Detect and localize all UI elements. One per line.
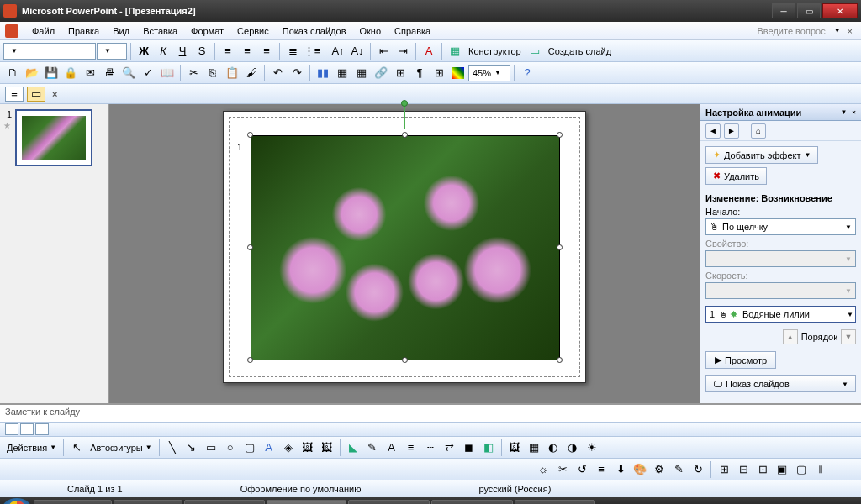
menu-tools[interactable]: Сервис [230,24,276,38]
pic-more-brightness-button[interactable]: ☀ [583,438,601,457]
pic-more-contrast-button[interactable]: ◐ [544,438,563,457]
diagram-button[interactable]: ◈ [279,438,298,457]
maximize-button[interactable]: ▭ [797,3,821,18]
shadow-button[interactable]: S [193,42,211,60]
taskbar-item[interactable]: Презентац... [267,500,347,504]
animation-list-item[interactable]: 1 🖱 ✸ Водяные лилии ▼ [705,306,856,323]
design-icon[interactable]: ▦ [446,42,464,60]
new-button[interactable]: 🗋 [3,64,22,82]
move-down-button[interactable]: ▼ [841,329,856,344]
underline-button[interactable]: Ч [173,42,192,60]
outline-tab[interactable]: ≡ [5,87,24,102]
fill-color-button[interactable]: ◣ [344,438,362,457]
font-family-combo[interactable]: ▼ [3,43,96,60]
italic-button[interactable]: К [154,42,172,60]
align-left-button[interactable]: ≡ [219,42,237,60]
send-back-button[interactable]: ▢ [792,460,811,479]
selection-handle-ne[interactable] [557,132,563,138]
start-select[interactable]: 🖱По щелчку ▼ [705,218,856,235]
menu-edit[interactable]: Правка [61,24,106,38]
taskbar-item[interactable]: Документ2... [515,500,595,504]
line-color-button[interactable]: ✎ [363,438,382,457]
help-search[interactable]: Введите вопрос [758,26,831,36]
reset-picture-button[interactable]: ↻ [689,460,707,479]
autoshapes-menu[interactable]: Автофигуры▼ [87,443,156,453]
research-button[interactable]: 📖 [158,64,177,82]
textbox-button[interactable]: ▢ [240,438,259,457]
move-up-button[interactable]: ▲ [783,329,798,344]
font-color-button[interactable]: A [420,42,438,60]
menu-view[interactable]: Вид [106,24,136,38]
pane-home-button[interactable]: ⌂ [751,123,766,139]
decrease-indent-button[interactable]: ⇤ [374,42,393,60]
selection-handle-n[interactable] [402,132,408,138]
slide-editor[interactable]: 1 [109,104,700,403]
selection-handle-w[interactable] [247,244,253,250]
image-waterlilies[interactable] [251,135,560,360]
rectangle-button[interactable]: ▭ [202,438,220,457]
help-dropdown-icon[interactable]: ▼ [831,27,844,34]
mdi-close-button[interactable]: × [844,26,856,36]
minimize-button[interactable]: ─ [772,3,795,18]
hyperlink-button[interactable]: 🔗 [372,64,390,82]
recolor-button[interactable]: 🎨 [631,460,649,479]
arrow-style-button[interactable]: ⇄ [441,438,459,457]
expand-button[interactable]: ⊞ [391,64,409,82]
item-dropdown-icon[interactable]: ▼ [847,311,853,318]
menu-file[interactable]: Файл [25,24,61,38]
help-button[interactable]: ? [518,64,536,82]
close-button[interactable]: ✕ [822,3,858,18]
align-button[interactable]: ⫴ [811,460,830,479]
pane-dropdown-icon[interactable]: ▼ [840,108,847,116]
crop-button[interactable]: ✂ [553,460,572,479]
line-button[interactable]: ╲ [163,438,182,457]
chart-button[interactable]: ▮▮ [314,64,332,82]
wordart-button[interactable]: A [260,438,278,457]
undo-button[interactable]: ↶ [268,64,287,82]
taskbar-item[interactable]: Ольга Берг... [348,500,430,504]
selection-handle-e[interactable] [557,244,563,250]
bold-button[interactable]: Ж [135,42,153,60]
slides-tab[interactable]: ▭ [27,87,45,102]
increase-font-button[interactable]: A↑ [329,42,347,60]
line-style-button[interactable]: ≡ [402,438,420,457]
selection-handle-nw[interactable] [247,132,253,138]
paste-button[interactable]: 📋 [223,64,241,82]
start-button[interactable] [2,498,32,504]
selection-handle-s[interactable] [402,357,408,363]
slideshow-button[interactable]: 🖵 Показ слайдов ▼ [705,375,856,392]
normal-view-button[interactable] [5,423,18,435]
pic-color-button[interactable]: ▦ [525,438,543,457]
taskbar-item[interactable]: Представл... [184,500,265,504]
redo-button[interactable]: ↷ [288,64,306,82]
menu-slideshow[interactable]: Показ слайдов [276,24,353,38]
arrow-button[interactable]: ↘ [182,438,201,457]
ungroup-button[interactable]: ⊟ [734,460,753,479]
slideshow-view-button[interactable] [35,423,49,435]
font-color-button-2[interactable]: A [383,438,401,457]
compress-button[interactable]: ⬇ [611,460,630,479]
format-picture-button[interactable]: ⚙ [650,460,668,479]
slide-canvas[interactable]: 1 [223,111,586,383]
new-slide-icon[interactable]: ▭ [526,42,544,60]
delete-effect-button[interactable]: ✖ Удалить [705,167,767,185]
selection-handle-se[interactable] [557,357,563,363]
taskbar-item[interactable]: 4 Прово... [114,500,182,504]
close-panel-button[interactable]: × [52,89,57,99]
actions-menu[interactable]: Действия▼ [3,443,60,453]
table-button[interactable]: ▦ [333,64,351,82]
new-slide-button[interactable]: Создать слайд [545,46,615,56]
rotation-handle[interactable] [401,100,408,107]
picture-button[interactable]: 🖼 [318,438,336,457]
menu-help[interactable]: Справка [388,24,437,38]
pic-less-contrast-button[interactable]: ◑ [563,438,582,457]
menu-window[interactable]: Окно [353,24,388,38]
tables-borders-button[interactable]: ▦ [352,64,371,82]
menu-format[interactable]: Формат [184,24,230,38]
bulleted-list-button[interactable]: ⋮≡ [303,42,321,60]
copy-button[interactable]: ⎘ [203,64,222,82]
zoom-combo[interactable]: 45%▼ [468,65,510,81]
add-effect-button[interactable]: ✦ Добавить эффект ▼ [705,146,818,164]
select-objects-button[interactable]: ↖ [67,438,86,457]
menu-insert[interactable]: Вставка [136,24,184,38]
